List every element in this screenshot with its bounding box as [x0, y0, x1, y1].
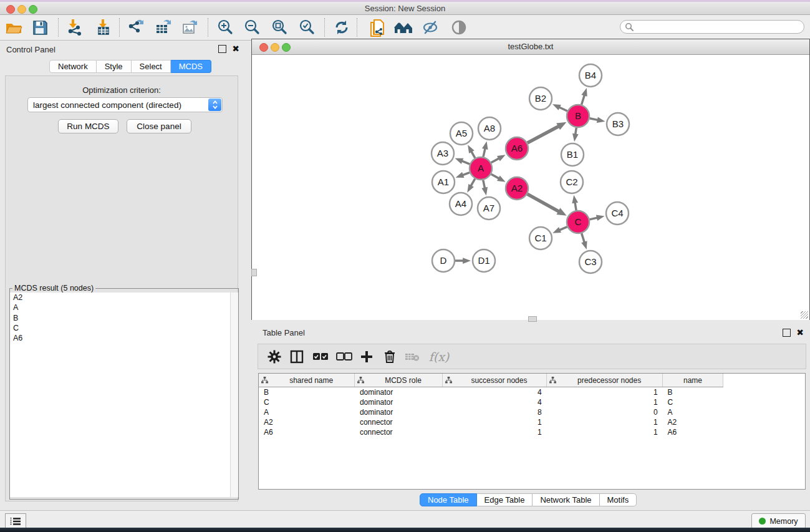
mcds-result-item[interactable]: B: [10, 313, 238, 323]
column-header-shared-name[interactable]: shared name: [259, 374, 355, 387]
table-cell[interactable]: A6: [259, 427, 355, 437]
table-row[interactable]: Adominator80A: [259, 407, 723, 417]
mcds-result-item[interactable]: A: [10, 302, 238, 312]
column-header-predecessor-nodes[interactable]: predecessor nodes: [547, 374, 663, 387]
graph-edge-C-C3[interactable]: [582, 233, 585, 243]
graph-edge-A6-B[interactable]: [528, 126, 559, 143]
table-cell[interactable]: 4: [442, 397, 547, 407]
create-column-button[interactable]: [357, 347, 377, 367]
graph-edge-B-B4[interactable]: [582, 94, 585, 104]
table-cell[interactable]: 1: [547, 427, 663, 437]
tab-edge-table[interactable]: Edge Table: [477, 493, 533, 506]
table-cell[interactable]: 0: [547, 407, 663, 417]
column-header-successor-nodes[interactable]: successor nodes: [442, 374, 547, 387]
graph-edge-A-A7[interactable]: [483, 180, 485, 189]
mcds-result-item[interactable]: A6: [10, 333, 238, 343]
table-cell[interactable]: dominator: [355, 387, 442, 398]
delete-table-button[interactable]: [402, 347, 422, 367]
zoom-out-button[interactable]: [241, 17, 263, 38]
graph-edge-C-C2[interactable]: [575, 201, 576, 210]
refresh-button[interactable]: [331, 17, 352, 38]
float-table-panel-icon[interactable]: [783, 329, 791, 337]
table-cell[interactable]: A2: [663, 417, 723, 427]
birdseye-view-button[interactable]: [448, 17, 470, 38]
table-cell[interactable]: 1: [547, 417, 663, 427]
table-cell[interactable]: C: [663, 397, 723, 407]
home-button[interactable]: [393, 17, 414, 38]
close-panel-icon[interactable]: ✖: [232, 46, 239, 52]
hide-all-columns-button[interactable]: [334, 347, 354, 367]
table-cell[interactable]: 4: [442, 387, 547, 398]
function-builder-button[interactable]: f(x): [425, 347, 453, 367]
graph-edge-A-A6[interactable]: [491, 158, 499, 162]
result-list-scrollbar[interactable]: [230, 293, 238, 497]
table-row[interactable]: A2connector11A2: [259, 417, 723, 427]
open-session-button[interactable]: [3, 17, 24, 38]
table-row[interactable]: Cdominator41C: [259, 397, 723, 407]
table-cell[interactable]: dominator: [355, 397, 442, 407]
node-table[interactable]: shared name MCDS role successor nodes pr…: [258, 373, 806, 490]
memory-button[interactable]: Memory: [751, 513, 806, 529]
table-cell[interactable]: 1: [547, 397, 663, 407]
hide-labels-button[interactable]: [420, 17, 441, 38]
network-view-window[interactable]: testGlobe.txt AA1A2A3A4A5A6A7A8BB1B2B3B4…: [251, 39, 810, 320]
mcds-result-list[interactable]: A2ABCA6: [10, 293, 238, 497]
table-cell[interactable]: connector: [355, 417, 442, 427]
table-row[interactable]: Bdominator41B: [259, 387, 723, 398]
table-cell[interactable]: dominator: [355, 407, 442, 417]
graph-edge-B-B3[interactable]: [590, 118, 599, 120]
table-cell[interactable]: 1: [442, 417, 547, 427]
table-cell[interactable]: 1: [547, 387, 663, 398]
export-table-button[interactable]: [152, 17, 173, 38]
tab-style[interactable]: Style: [97, 60, 132, 73]
export-network-button[interactable]: [125, 17, 147, 38]
tab-select[interactable]: Select: [132, 60, 171, 73]
graph-edge-A-A4[interactable]: [471, 179, 475, 187]
close-panel-button[interactable]: Close panel: [127, 119, 191, 133]
column-header-name[interactable]: name: [663, 374, 723, 387]
table-cell[interactable]: A: [663, 407, 723, 417]
search-input[interactable]: [620, 20, 804, 34]
window-resize-grip[interactable]: [801, 311, 808, 319]
export-image-button[interactable]: [179, 17, 200, 38]
delete-column-button[interactable]: [380, 347, 400, 367]
tab-mcds[interactable]: MCDS: [171, 60, 211, 73]
save-session-button[interactable]: [29, 17, 51, 38]
table-cell[interactable]: C: [259, 397, 355, 407]
table-cell[interactable]: A: [259, 407, 355, 417]
show-all-columns-button[interactable]: [311, 347, 330, 367]
tab-node-table[interactable]: Node Table: [420, 493, 477, 506]
table-cell[interactable]: 8: [442, 407, 547, 417]
import-table-button[interactable]: [93, 17, 114, 38]
column-header-mcds-role[interactable]: MCDS role: [355, 374, 442, 387]
network-canvas[interactable]: AA1A2A3A4A5A6A7A8BB1B2B3B4CC1C2C3C4DD1: [252, 55, 809, 320]
tab-network[interactable]: Network: [49, 60, 97, 73]
column-view-button[interactable]: [287, 347, 307, 367]
network-graph[interactable]: AA1A2A3A4A5A6A7A8BB1B2B3B4CC1C2C3C4DD1: [252, 55, 809, 320]
zoom-in-button[interactable]: [215, 17, 236, 38]
window-bottom-handle[interactable]: [528, 316, 537, 322]
float-panel-icon[interactable]: [218, 45, 226, 53]
graph-edge-B-B2[interactable]: [559, 107, 567, 110]
table-row[interactable]: A6connector11A6: [259, 427, 723, 437]
tab-motifs[interactable]: Motifs: [600, 493, 637, 506]
table-cell[interactable]: A6: [663, 427, 723, 437]
table-cell[interactable]: B: [663, 387, 723, 398]
run-mcds-button[interactable]: Run MCDS: [58, 119, 118, 133]
graph-edge-C-C1[interactable]: [559, 227, 567, 231]
table-options-button[interactable]: [264, 347, 284, 367]
table-cell[interactable]: B: [259, 387, 355, 398]
graph-edge-A-A3[interactable]: [461, 161, 470, 164]
table-cell[interactable]: connector: [355, 427, 442, 437]
import-network-button[interactable]: [64, 17, 85, 38]
table-cell[interactable]: 1: [442, 427, 547, 437]
table-cell[interactable]: A2: [259, 417, 355, 427]
graph-edge-C-C4[interactable]: [590, 218, 598, 220]
zoom-fit-button[interactable]: [269, 17, 290, 38]
close-table-panel-icon[interactable]: ✖: [796, 329, 804, 336]
new-network-from-selection-button[interactable]: [367, 17, 388, 38]
main-titlebar[interactable]: Session: New Session: [0, 2, 810, 15]
tab-network-table[interactable]: Network Table: [533, 493, 599, 506]
window-left-handle[interactable]: [251, 269, 257, 276]
mcds-result-item[interactable]: C: [10, 323, 238, 333]
